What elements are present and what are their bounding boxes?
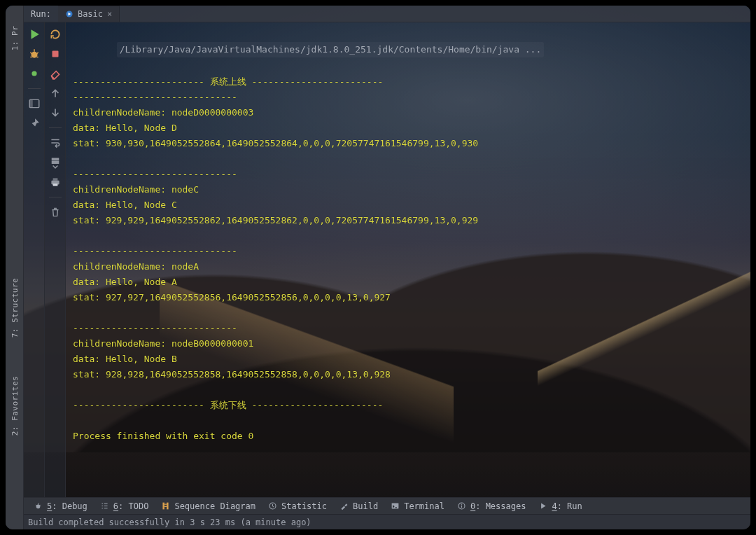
svg-rect-4 bbox=[29, 99, 33, 107]
status-text: Build completed successfully in 3 s 23 m… bbox=[28, 517, 312, 527]
run-tab-label: Basic bbox=[78, 9, 103, 19]
console-line bbox=[73, 413, 743, 429]
separator bbox=[49, 197, 62, 197]
toolwindow-project-tab[interactable]: 1: Pr bbox=[10, 26, 19, 51]
console-line: childrenNodeName: nodeD0000000003 bbox=[73, 105, 743, 120]
svg-rect-10 bbox=[163, 503, 164, 510]
console-line: childrenNodeName: nodeC bbox=[73, 182, 743, 197]
run-panel-title: Run: bbox=[24, 6, 58, 22]
list-icon bbox=[100, 501, 109, 510]
clock-icon bbox=[268, 501, 277, 510]
console-line: stat: 929,929,1649052552862,164905255286… bbox=[73, 213, 743, 228]
console-line: stat: 928,928,1649052552858,164905255285… bbox=[73, 367, 743, 382]
console-lines: ------------------------ 系统上线 ----------… bbox=[73, 74, 743, 444]
console-line: childrenNodeName: nodeA bbox=[73, 259, 743, 275]
console-line: data: Hello, Node A bbox=[73, 275, 743, 290]
toolwindow-messages-button[interactable]: 0: Messages bbox=[457, 501, 526, 511]
pin-icon[interactable] bbox=[28, 117, 41, 130]
sequence-icon bbox=[161, 501, 170, 510]
soft-wrap-icon[interactable] bbox=[49, 137, 62, 149]
trash-icon[interactable] bbox=[49, 206, 62, 218]
console-line: data: Hello, Node D bbox=[73, 120, 743, 136]
svg-point-1 bbox=[31, 52, 37, 58]
console-line: ------------------------ 系统下线 ----------… bbox=[73, 398, 743, 413]
close-icon[interactable]: × bbox=[107, 9, 112, 19]
stop-icon[interactable] bbox=[49, 48, 62, 60]
console-line bbox=[73, 228, 743, 244]
svg-point-9 bbox=[36, 504, 41, 508]
scroll-to-end-icon[interactable] bbox=[49, 156, 62, 169]
console-line: Process finished with exit code 0 bbox=[73, 429, 743, 444]
run-panel-tabbar: Run: Basic × bbox=[24, 6, 750, 22]
eraser-icon[interactable] bbox=[49, 67, 62, 80]
print-icon[interactable] bbox=[49, 176, 62, 188]
info-icon bbox=[457, 501, 466, 510]
console-line bbox=[73, 151, 743, 167]
play-icon[interactable] bbox=[28, 28, 41, 41]
console-line: ------------------------ 系统上线 ----------… bbox=[73, 74, 743, 90]
toolwindow-build-button[interactable]: Build bbox=[340, 501, 378, 511]
hammer-icon bbox=[340, 501, 349, 510]
separator bbox=[28, 88, 41, 89]
up-arrow-icon[interactable] bbox=[49, 87, 62, 99]
terminal-icon bbox=[391, 501, 400, 510]
layout-settings-icon[interactable] bbox=[28, 97, 41, 110]
application-icon bbox=[65, 10, 74, 18]
svg-rect-7 bbox=[52, 178, 57, 180]
svg-rect-15 bbox=[461, 506, 462, 508]
console-line: ------------------------------ bbox=[73, 244, 743, 259]
bug-icon[interactable] bbox=[28, 48, 41, 60]
console-line: stat: 927,927,1649052552856,164905255285… bbox=[73, 290, 743, 305]
bug-icon bbox=[34, 501, 43, 510]
console-line bbox=[73, 382, 743, 398]
svg-rect-16 bbox=[461, 504, 462, 505]
bottom-toolwindow-bar: 5: Debug 6: TODO Sequence Diagram Statis… bbox=[24, 497, 750, 514]
svg-rect-5 bbox=[52, 51, 58, 57]
toolwindow-statistic-button[interactable]: Statistic bbox=[268, 501, 327, 511]
console-command-line: /Library/Java/JavaVirtualMachines/jdk1.8… bbox=[117, 42, 545, 57]
console-line: ------------------------------ bbox=[73, 167, 743, 182]
console-line: stat: 930,930,1649052552864,164905255286… bbox=[73, 136, 743, 151]
separator bbox=[49, 127, 62, 128]
down-arrow-icon[interactable] bbox=[49, 106, 62, 119]
run-tab-basic[interactable]: Basic × bbox=[58, 6, 120, 22]
toolwindow-todo-button[interactable]: 6: TODO bbox=[100, 501, 149, 511]
svg-rect-11 bbox=[167, 503, 169, 510]
console-line: ------------------------------ bbox=[73, 90, 743, 105]
console-line: data: Hello, Node B bbox=[73, 352, 743, 367]
console-line: ------------------------------ bbox=[73, 321, 743, 336]
svg-point-2 bbox=[31, 71, 36, 76]
console-output[interactable]: /Library/Java/JavaVirtualMachines/jdk1.8… bbox=[66, 22, 750, 497]
svg-rect-8 bbox=[52, 183, 57, 186]
toolwindow-debug-button[interactable]: 5: Debug bbox=[34, 501, 88, 511]
coverage-dot-icon[interactable] bbox=[28, 67, 41, 80]
run-panel-body: /Library/Java/JavaVirtualMachines/jdk1.8… bbox=[24, 22, 750, 497]
play-icon bbox=[538, 501, 547, 510]
status-bar: Build completed successfully in 3 s 23 m… bbox=[6, 514, 750, 529]
toolwindow-structure-tab[interactable]: 7: Structure bbox=[10, 278, 19, 338]
console-line bbox=[73, 305, 743, 321]
toolwindow-terminal-button[interactable]: Terminal bbox=[391, 501, 444, 511]
console-line: childrenNodeName: nodeB0000000001 bbox=[73, 336, 743, 352]
run-gutter-secondary bbox=[45, 22, 66, 497]
console-line: data: Hello, Node C bbox=[73, 197, 743, 213]
toolwindow-run-button[interactable]: 4: Run bbox=[538, 501, 582, 511]
run-gutter-primary bbox=[24, 22, 45, 497]
toolwindow-sequence-diagram-button[interactable]: Sequence Diagram bbox=[161, 501, 255, 511]
left-toolwindow-strip[interactable]: 1: Pr 7: Structure 2: Favorites bbox=[6, 6, 24, 529]
toolwindow-favorites-tab[interactable]: 2: Favorites bbox=[10, 376, 19, 436]
rerun-icon[interactable] bbox=[49, 28, 62, 41]
